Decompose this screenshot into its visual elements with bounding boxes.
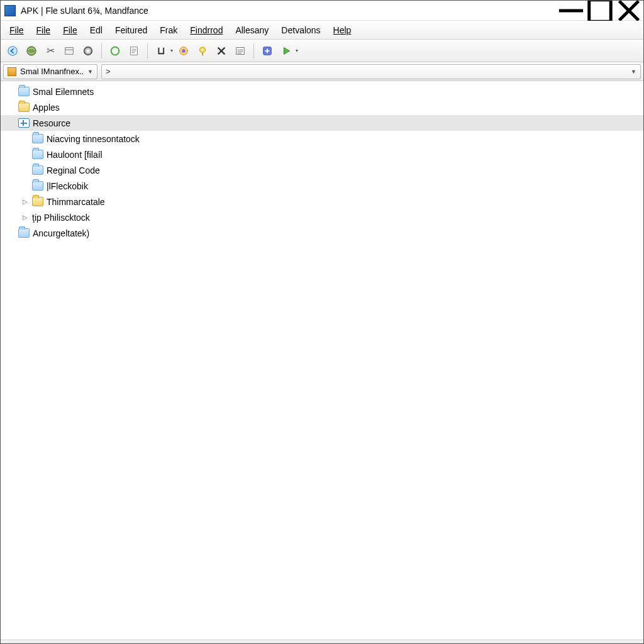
ring-green-icon[interactable] [107, 43, 123, 59]
app-icon [4, 5, 16, 16]
tree-row[interactable]: Hauloont [filaíl [1, 147, 643, 162]
project-selector-label: Smal IMnanfnex.. [20, 67, 84, 76]
menu-file-1[interactable]: File [3, 23, 30, 38]
svg-point-18 [201, 48, 204, 51]
content-area: Smal EilemnetsApplesResourceNiacving tin… [1, 81, 643, 640]
tree-row[interactable]: |lFleckobik [1, 178, 643, 194]
dropdown-arrow-icon[interactable]: ▾ [296, 48, 298, 53]
tree-row[interactable]: Reginal Code [1, 162, 643, 178]
tree-row[interactable]: Resource [1, 115, 643, 131]
svg-point-16 [182, 49, 185, 52]
dropdown-arrow-icon[interactable]: ▾ [170, 48, 173, 53]
scissors-icon[interactable]: ✂ [42, 43, 58, 59]
menu-findrrod[interactable]: Findrrod [184, 23, 229, 38]
icon-plusbox-icon [18, 118, 30, 128]
folder-blue-icon [32, 181, 43, 191]
toolbar-separator [147, 43, 148, 58]
tree-item-label: Thimmarcatale [47, 197, 105, 207]
plus-box-icon[interactable] [259, 43, 275, 59]
minimize-button[interactable] [557, 1, 586, 21]
x-dark-icon[interactable] [213, 43, 230, 59]
tree-item-label: Hauloont [filaíl [47, 150, 103, 160]
path-text: > [106, 67, 111, 76]
folder-blue-icon [32, 165, 43, 175]
list-icon[interactable] [232, 43, 248, 59]
toolbar: ✂ ⊔ ▾ ▾ [1, 40, 643, 62]
menubar: File File File Edl Feitured Frak Findrro… [1, 21, 643, 40]
menu-help[interactable]: Help [327, 23, 358, 38]
status-bar [1, 640, 643, 643]
toolbar-separator [101, 43, 102, 58]
maximize-button[interactable] [586, 1, 614, 21]
folder-blue-icon [32, 150, 43, 159]
tree-row[interactable]: Apples [1, 99, 643, 115]
project-selector[interactable]: Smal IMnanfnex.. ▼ [3, 64, 97, 79]
project-icon [8, 67, 16, 76]
menu-file-3[interactable]: File [57, 23, 84, 38]
svg-point-4 [8, 46, 17, 55]
u-tool-icon[interactable]: ⊔ [153, 43, 169, 59]
path-combo[interactable]: > ▼ [101, 64, 641, 79]
tree-item-label: Resource [33, 118, 70, 128]
svg-point-5 [27, 46, 36, 55]
tree-row[interactable]: ▷ţip Philiscktock [1, 209, 643, 225]
svg-rect-1 [589, 0, 611, 21]
menu-frak[interactable]: Frak [153, 23, 184, 38]
folder-blue-icon [18, 87, 30, 96]
nav-back-icon[interactable] [4, 43, 21, 59]
tree-row[interactable]: Ancurgeltatek) [1, 225, 643, 241]
pin-yellow-icon[interactable] [194, 43, 211, 59]
tree-item-label: Niacving tinnesontatock [47, 134, 140, 144]
tree-view[interactable]: Smal EilemnetsApplesResourceNiacving tin… [1, 81, 643, 640]
window-title: APK | Fle sUlant 6¾, Mandfance [21, 6, 148, 16]
chevron-down-icon: ▼ [87, 69, 93, 75]
menu-allesany[interactable]: Allesany [229, 23, 275, 38]
tree-item-label: Ancurgeltatek) [33, 228, 89, 238]
menu-edit[interactable]: Edl [84, 23, 109, 38]
folder-yellow-icon [32, 197, 43, 206]
menu-featured[interactable]: Feitured [109, 23, 153, 38]
tree-row[interactable]: Smal Eilemnets [1, 84, 643, 99]
tree-row[interactable]: Niacving tinnesontatock [1, 131, 643, 147]
globe-icon[interactable] [23, 43, 40, 59]
play-icon[interactable] [278, 43, 294, 59]
toolbar-separator [253, 43, 254, 58]
tree-item-label: ţip Philiscktock [32, 213, 90, 223]
tree-row[interactable]: ▷Thimmarcatale [1, 194, 643, 209]
titlebar: APK | Fle sUlant 6¾, Mandfance [1, 1, 643, 21]
gear-color-icon[interactable] [175, 43, 192, 59]
ring-dark-icon[interactable] [80, 43, 96, 59]
tree-item-label: Smal Eilemnets [33, 87, 94, 97]
svg-rect-6 [65, 47, 74, 54]
menu-detvalons[interactable]: Detvalons [275, 23, 326, 38]
svg-point-9 [86, 49, 89, 52]
note-icon[interactable] [126, 43, 142, 59]
chevron-down-icon: ▼ [631, 69, 636, 75]
svg-point-10 [111, 47, 119, 55]
expander-icon[interactable]: ▷ [21, 214, 29, 221]
expander-icon[interactable]: ▷ [21, 198, 29, 205]
panel-icon[interactable] [61, 43, 77, 59]
tree-item-label: Reginal Code [47, 165, 100, 175]
menu-file-2[interactable]: File [30, 23, 57, 38]
breadcrumb-bar: Smal IMnanfnex.. ▼ > ▼ [1, 62, 643, 81]
folder-blue-icon [32, 134, 43, 143]
svg-marker-28 [284, 47, 289, 54]
tree-item-label: |lFleckobik [47, 181, 88, 191]
tree-item-label: Apples [33, 103, 60, 113]
folder-blue-icon [18, 228, 30, 238]
close-button[interactable] [614, 1, 643, 21]
folder-yellow-icon [18, 103, 30, 112]
